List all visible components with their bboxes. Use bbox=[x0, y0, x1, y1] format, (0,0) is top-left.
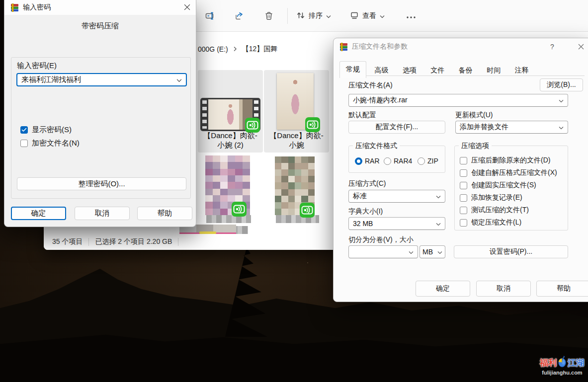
file-label: 【Dance】肉欲- 小婉 bbox=[265, 131, 328, 150]
profile-label: 默认配置 bbox=[348, 111, 376, 120]
option-delete-files[interactable]: 压缩后删除原来的文件(D) bbox=[460, 156, 550, 165]
rar-dialog-title: 压缩文件名和参数 bbox=[352, 42, 408, 51]
encrypt-filenames-option[interactable]: 加密文件名(N) bbox=[20, 139, 80, 148]
tab-time[interactable]: 时间 bbox=[481, 63, 506, 77]
archive-name-label: 压缩文件名(A) bbox=[348, 81, 393, 90]
password-dialog-heading: 带密码压缩 bbox=[4, 21, 196, 31]
tab-options[interactable]: 选项 bbox=[397, 63, 422, 77]
chevron-down-icon bbox=[380, 12, 385, 20]
site-watermark: 福利 江湖 fulijianghu.com bbox=[537, 356, 588, 376]
more-icon[interactable] bbox=[406, 12, 417, 23]
checkbox[interactable] bbox=[20, 140, 28, 147]
browse-button[interactable]: 浏览(B)... bbox=[540, 78, 583, 91]
dictionary-label: 字典大小(I) bbox=[348, 207, 383, 216]
checkbox-label: 压缩后删除原来的文件(D) bbox=[471, 156, 550, 165]
volume-label: 切分为分卷(V)，大小 bbox=[348, 235, 414, 244]
volume-unit-value: MB bbox=[422, 248, 433, 256]
cancel-button[interactable]: 取消 bbox=[476, 281, 531, 297]
tab-advanced[interactable]: 高级 bbox=[368, 63, 394, 77]
tab-files[interactable]: 文件 bbox=[424, 63, 450, 77]
checkbox-label: 添加恢复记录(E) bbox=[471, 193, 522, 202]
file-tile-video[interactable]: 【Dance】肉欲- 小婉 (2) bbox=[198, 70, 263, 153]
media-app-badge-icon bbox=[299, 202, 315, 220]
checkbox[interactable] bbox=[460, 169, 467, 177]
help-button[interactable]: 帮助 bbox=[137, 207, 192, 220]
breadcrumb-folder[interactable]: 【12】国舞 bbox=[242, 45, 278, 54]
radio-zip[interactable]: ZIP bbox=[418, 157, 438, 165]
checkbox[interactable] bbox=[460, 157, 467, 164]
winrar-icon bbox=[339, 43, 348, 51]
radio-label: RAR4 bbox=[394, 157, 412, 165]
option-recovery[interactable]: 添加恢复记录(E) bbox=[460, 193, 522, 202]
option-solid[interactable]: 创建固实压缩文件(S) bbox=[460, 181, 536, 190]
breadcrumb-drive[interactable]: 000G (E:) bbox=[198, 45, 228, 53]
password-input[interactable]: 来福利江湖找福利 bbox=[16, 73, 187, 86]
checkbox[interactable] bbox=[460, 207, 467, 214]
radio-rar[interactable]: RAR bbox=[355, 157, 380, 165]
delete-icon[interactable] bbox=[263, 10, 274, 21]
organize-passwords-button[interactable]: 整理密码(O)... bbox=[17, 177, 186, 190]
update-mode-combobox[interactable]: 添加并替换文件 bbox=[455, 121, 568, 134]
update-mode-label: 更新模式(U) bbox=[455, 111, 493, 120]
ok-button[interactable]: 确定 bbox=[416, 281, 470, 297]
chevron-down-icon[interactable] bbox=[437, 248, 442, 256]
volume-size-combobox[interactable] bbox=[348, 245, 418, 258]
archive-format-group: 压缩文件格式 RAR RAR4 ZIP bbox=[348, 146, 445, 173]
archive-name-value: 小婉-情趣内衣.rar bbox=[353, 96, 408, 105]
chevron-down-icon[interactable] bbox=[559, 96, 564, 104]
option-sfx[interactable]: 创建自解压格式压缩文件(X) bbox=[460, 168, 557, 177]
view-button[interactable]: 查看 bbox=[350, 9, 385, 23]
checkbox[interactable] bbox=[460, 194, 467, 202]
set-password-button[interactable]: 设置密码(P)... bbox=[454, 245, 568, 258]
chevron-right-icon bbox=[233, 45, 237, 53]
rar-archive-dialog: 压缩文件名和参数 ? 常规 高级 选项 文件 备份 时间 注释 压缩文件名(A)… bbox=[333, 38, 588, 302]
watermark-url: fulijianghu.com bbox=[537, 370, 588, 376]
radio-label: ZIP bbox=[427, 157, 438, 165]
media-app-badge-icon bbox=[231, 201, 247, 219]
tab-backup[interactable]: 备份 bbox=[453, 63, 479, 77]
archive-format-group-label: 压缩文件格式 bbox=[353, 142, 400, 151]
sort-button[interactable]: 排序 bbox=[296, 9, 331, 23]
rar-dialog-titlebar: 压缩文件名和参数 ? bbox=[334, 38, 588, 55]
chevron-down-icon[interactable] bbox=[436, 192, 441, 200]
share-icon[interactable] bbox=[234, 10, 245, 21]
close-icon[interactable] bbox=[179, 1, 194, 12]
radio-rar4[interactable]: RAR4 bbox=[384, 157, 412, 165]
volume-unit-combobox[interactable]: MB bbox=[420, 245, 445, 258]
checkbox-label: 创建固实压缩文件(S) bbox=[471, 181, 536, 190]
mouse-icon bbox=[557, 356, 567, 370]
help-icon[interactable]: ? bbox=[545, 41, 560, 52]
chevron-down-icon[interactable] bbox=[559, 123, 564, 131]
cancel-button[interactable]: 取消 bbox=[75, 207, 130, 220]
breadcrumb: 000G (E:) 【12】国舞 bbox=[198, 45, 277, 54]
radio-button[interactable] bbox=[384, 157, 391, 165]
chevron-down-icon[interactable] bbox=[176, 76, 182, 84]
rename-icon[interactable] bbox=[205, 10, 216, 21]
show-password-option[interactable]: 显示密码(S) bbox=[20, 125, 72, 135]
password-label: 输入密码(E) bbox=[17, 61, 57, 71]
checkbox[interactable] bbox=[460, 182, 467, 189]
watermark-text-left: 福利 bbox=[540, 357, 557, 369]
tab-comment[interactable]: 注释 bbox=[509, 63, 535, 77]
profiles-button[interactable]: 配置文件(F)... bbox=[348, 121, 445, 134]
tab-general[interactable]: 常规 bbox=[339, 61, 366, 78]
close-icon[interactable] bbox=[574, 41, 588, 52]
file-tile-image[interactable]: 【Dance】肉欲- 小婉 bbox=[264, 70, 329, 153]
archive-name-combobox[interactable]: 小婉-情趣内衣.rar bbox=[348, 94, 568, 107]
radio-button[interactable] bbox=[355, 157, 362, 165]
checkbox-checked[interactable] bbox=[20, 126, 28, 134]
checkbox[interactable] bbox=[460, 219, 467, 227]
option-test[interactable]: 测试压缩的文件(T) bbox=[460, 206, 529, 215]
dictionary-value: 32 MB bbox=[353, 220, 373, 228]
checkbox-label: 显示密码(S) bbox=[32, 125, 72, 135]
password-value: 来福利江湖找福利 bbox=[21, 75, 81, 84]
method-combobox[interactable]: 标准 bbox=[348, 190, 445, 203]
dictionary-combobox[interactable]: 32 MB bbox=[348, 217, 445, 230]
radio-button[interactable] bbox=[418, 157, 425, 165]
chevron-down-icon[interactable] bbox=[436, 220, 441, 228]
chevron-down-icon[interactable] bbox=[409, 248, 414, 256]
help-button[interactable]: 帮助 bbox=[536, 281, 588, 297]
method-value: 标准 bbox=[353, 192, 367, 201]
ok-button[interactable]: 确定 bbox=[11, 207, 66, 220]
option-lock[interactable]: 锁定压缩文件(L) bbox=[460, 218, 521, 227]
